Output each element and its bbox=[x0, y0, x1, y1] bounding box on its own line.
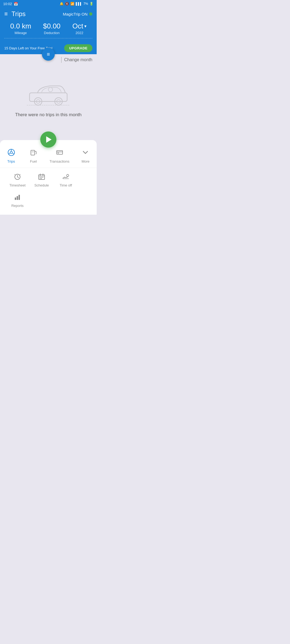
svg-rect-28 bbox=[40, 178, 41, 179]
svg-line-10 bbox=[9, 153, 10, 154]
mute-icon: 🔇 bbox=[65, 2, 69, 6]
credit-card-icon bbox=[56, 149, 63, 158]
empty-car-icon bbox=[27, 80, 70, 108]
alarm-icon: 🔔 bbox=[60, 2, 64, 6]
svg-rect-12 bbox=[31, 150, 35, 155]
svg-rect-25 bbox=[40, 177, 41, 178]
hamburger-menu-button[interactable]: ≡ bbox=[4, 10, 8, 17]
page-title: Trips bbox=[12, 10, 26, 18]
steering-wheel-icon bbox=[8, 149, 15, 158]
change-month-button[interactable]: Change month bbox=[64, 57, 92, 62]
tab-transactions-label: Transactions bbox=[50, 159, 70, 163]
header-divider bbox=[4, 38, 92, 38]
mileage-value: 0.0 km bbox=[10, 22, 31, 30]
divider bbox=[61, 57, 62, 63]
month-selector[interactable]: Oct ▾ bbox=[72, 22, 86, 30]
month-dropdown-arrow: ▾ bbox=[84, 24, 86, 29]
month-value: Oct bbox=[72, 22, 83, 30]
wifi-icon: 📶 bbox=[70, 2, 74, 6]
header-title-row: ≡ Trips bbox=[4, 10, 26, 18]
nav-schedule-label: Schedule bbox=[34, 183, 49, 187]
upgrade-button[interactable]: UPGRADE bbox=[64, 44, 92, 52]
svg-rect-26 bbox=[41, 177, 42, 178]
record-trip-button[interactable] bbox=[40, 131, 56, 148]
svg-line-20 bbox=[17, 177, 19, 178]
nav-reports-label: Reports bbox=[11, 204, 24, 208]
svg-rect-27 bbox=[42, 177, 43, 178]
calendar-icon bbox=[38, 173, 45, 182]
svg-point-8 bbox=[10, 151, 12, 153]
status-time: 10:02 bbox=[3, 2, 12, 6]
fuel-pump-icon bbox=[30, 149, 37, 158]
tab-trips[interactable]: Trips bbox=[2, 148, 21, 164]
status-bar-right: 🔔 🔇 📶 ▌▌▌ 7% 🔋 bbox=[60, 2, 93, 6]
mileage-stat: 0.0 km Mileage bbox=[10, 22, 31, 35]
chevron-down-icon bbox=[82, 149, 89, 158]
status-indicator bbox=[89, 12, 92, 16]
battery-icon: 🔋 bbox=[89, 2, 93, 6]
svg-rect-15 bbox=[57, 151, 63, 154]
filter-icon: ≡ bbox=[47, 51, 50, 57]
svg-rect-29 bbox=[41, 178, 42, 179]
deduction-label: Deduction bbox=[43, 31, 60, 35]
deduction-value: $0.00 bbox=[43, 22, 60, 30]
empty-state: There were no trips in this month bbox=[15, 63, 82, 140]
svg-rect-0 bbox=[30, 93, 67, 101]
secondary-nav: Timesheet Schedule bbox=[0, 168, 97, 191]
reports-row: Reports bbox=[0, 191, 97, 211]
nav-schedule[interactable]: Schedule bbox=[30, 172, 54, 188]
svg-rect-33 bbox=[17, 196, 18, 200]
stats-row: 0.0 km Mileage $0.00 Deduction Oct ▾ 202… bbox=[4, 22, 92, 35]
play-icon bbox=[46, 136, 52, 143]
empty-state-text: There were no trips in this month bbox=[15, 112, 82, 118]
tab-fuel-label: Fuel bbox=[30, 159, 37, 163]
svg-point-5 bbox=[48, 87, 53, 92]
nav-timeoff-label: Time off bbox=[60, 183, 72, 187]
nav-timesheet-label: Timesheet bbox=[9, 183, 26, 187]
time-off-icon bbox=[62, 173, 69, 182]
app-header: ≡ Trips MagicTrip ON 0.0 km Mileage $0.0… bbox=[0, 8, 97, 42]
primary-nav: Trips Fuel Tran bbox=[0, 145, 97, 168]
tab-trips-label: Trips bbox=[7, 159, 15, 163]
magic-trip-status[interactable]: MagicTrip ON bbox=[63, 12, 92, 16]
mileage-label: Mileage bbox=[10, 31, 31, 35]
tab-more-label: More bbox=[82, 159, 90, 163]
svg-rect-17 bbox=[57, 153, 59, 153]
reorder-row: Reorder bbox=[0, 211, 97, 215]
nav-timeoff[interactable]: Time off bbox=[54, 172, 78, 188]
svg-rect-32 bbox=[15, 197, 16, 200]
clock-icon bbox=[14, 173, 21, 182]
nav-reports[interactable]: Reports bbox=[5, 194, 30, 208]
year-value: 2022 bbox=[72, 31, 86, 35]
bar-chart-icon bbox=[14, 194, 21, 202]
status-bar-left: 10:02 📅 bbox=[3, 2, 18, 6]
tab-more[interactable]: More bbox=[76, 148, 95, 164]
filter-fab-button[interactable]: ≡ bbox=[42, 48, 55, 61]
svg-rect-34 bbox=[19, 195, 20, 200]
nav-timesheet[interactable]: Timesheet bbox=[5, 172, 30, 188]
magic-trip-label: MagicTrip ON bbox=[63, 12, 88, 16]
bottom-sheet: Trips Fuel Tran bbox=[0, 140, 97, 215]
battery-level: 7% bbox=[84, 2, 88, 6]
calendar-icon: 📅 bbox=[14, 2, 18, 6]
deduction-stat: $0.00 Deduction bbox=[43, 22, 60, 35]
tab-transactions[interactable]: Transactions bbox=[46, 148, 73, 164]
svg-point-30 bbox=[67, 174, 69, 177]
signal-icon: ▌▌▌ bbox=[76, 2, 82, 5]
tab-fuel[interactable]: Fuel bbox=[24, 148, 43, 164]
main-content: ≡ Change month bbox=[0, 54, 97, 140]
month-stat[interactable]: Oct ▾ 2022 bbox=[72, 22, 86, 35]
status-bar: 10:02 📅 🔔 🔇 📶 ▌▌▌ 7% 🔋 bbox=[0, 0, 97, 8]
header-top: ≡ Trips MagicTrip ON bbox=[4, 10, 92, 18]
svg-line-11 bbox=[12, 153, 14, 154]
